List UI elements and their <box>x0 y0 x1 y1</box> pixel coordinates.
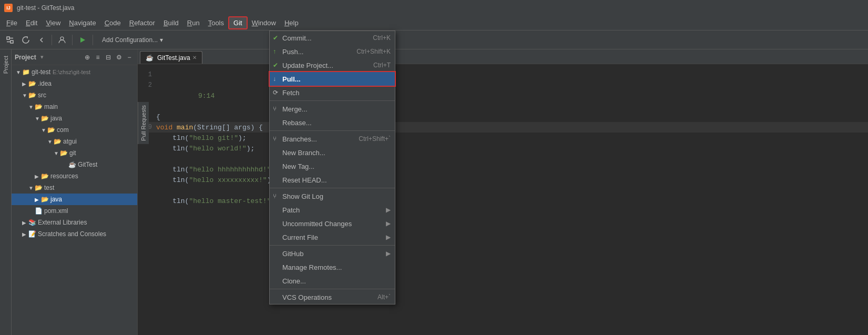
pull-requests-tab[interactable]: Pull Requests <box>138 102 149 144</box>
git-merge-label: Merge... <box>282 105 308 113</box>
git-update-label: Update Project... <box>282 62 333 69</box>
menu-build[interactable]: Build <box>159 17 183 28</box>
git-show-log-label: Show Git Log <box>282 192 323 200</box>
git-menu-vcs-ops[interactable]: VCS Operations Alt+` <box>270 290 395 304</box>
toolbar-back-icon[interactable] <box>35 33 48 47</box>
tree-git-arrow: ▼ <box>54 150 60 156</box>
push-icon: ↑ <box>273 48 276 55</box>
svg-point-4 <box>60 37 64 40</box>
menu-view[interactable]: View <box>42 17 65 28</box>
tree-item-java1[interactable]: ▼ 📂 java <box>12 113 137 124</box>
sidebar-tab-project[interactable]: Project <box>1 52 11 78</box>
xml-icon: 📄 <box>35 207 43 215</box>
git-push-label: Push... <box>282 48 303 56</box>
git-menu-uncommitted[interactable]: Uncommitted Changes ▶ <box>270 217 395 230</box>
line-position: 9:14 <box>198 92 215 100</box>
tab-close-icon[interactable]: ✕ <box>192 55 197 60</box>
tree-item-resources[interactable]: ▶ 📂 resources <box>12 170 137 182</box>
git-menu-new-branch[interactable]: New Branch... <box>270 146 395 159</box>
tree-scratches-arrow: ▶ <box>22 231 28 237</box>
project-sort-btn[interactable]: ≡ <box>93 53 103 62</box>
window-title: git-test - GitTest.java <box>17 4 74 12</box>
toolbar-project-icon[interactable] <box>3 33 17 47</box>
tree-item-atgui[interactable]: ▼ 📂 atgui <box>12 136 137 147</box>
menu-window[interactable]: Window <box>248 17 280 28</box>
git-menu-show-log[interactable]: ⑂ Show Git Log <box>270 189 395 203</box>
toolbar-user-icon[interactable] <box>55 33 69 47</box>
tree-item-src[interactable]: ▼ 📂 src <box>12 89 137 101</box>
code-line-1: 1 <box>138 69 868 80</box>
menu-refactor[interactable]: Refactor <box>125 17 159 28</box>
git-menu-clone[interactable]: Clone... <box>270 274 395 288</box>
menu-navigate[interactable]: Navigate <box>65 17 100 28</box>
commit-shortcut: Ctrl+K <box>373 34 391 42</box>
code-line-pos: 9:14 <box>138 90 868 101</box>
project-settings-btn[interactable]: ⚙ <box>114 53 124 62</box>
project-hide-btn[interactable]: − <box>125 53 134 62</box>
add-configuration-arrow: ▾ <box>160 36 163 44</box>
git-menu-update[interactable]: ✔ Update Project... Ctrl+T <box>270 58 395 72</box>
tree-item-git-folder[interactable]: ▼ 📂 git <box>12 147 137 159</box>
git-menu-pull[interactable]: ↓ Pull... <box>270 72 395 86</box>
menu-git[interactable]: Git <box>228 16 248 29</box>
tree-resources-label: resources <box>50 172 78 180</box>
git-menu-manage-remotes[interactable]: Manage Remotes... <box>270 260 395 274</box>
tree-src-label: src <box>38 92 46 99</box>
menu-edit-label: Edit <box>26 19 37 27</box>
git-menu-patch[interactable]: Patch ▶ <box>270 203 395 217</box>
git-menu-branches[interactable]: ⑂ Branches... Ctrl+Shift+` <box>270 132 395 146</box>
folder-icon: 📂 <box>28 80 36 87</box>
menu-run[interactable]: Run <box>183 17 204 28</box>
tree-root-label: git-test <box>32 68 50 76</box>
tree-item-java2[interactable]: ▶ 📂 java <box>12 194 137 205</box>
menu-edit[interactable]: Edit <box>22 17 42 28</box>
dd-separator-2 <box>270 130 395 131</box>
tree-item-external-libs[interactable]: ▶ 📚 External Libraries <box>12 217 137 228</box>
git-menu-fetch[interactable]: ⟳ Fetch <box>270 86 395 99</box>
editor-tab-gittest[interactable]: ☕ GitTest.java ✕ <box>140 51 202 64</box>
tree-item-gittest[interactable]: ☕ GitTest <box>12 159 137 170</box>
git-menu-push[interactable]: ↑ Push... Ctrl+Shift+K <box>270 45 395 58</box>
git-menu-merge[interactable]: ⑂ Merge... <box>270 102 395 116</box>
tree-test-label: test <box>44 184 54 191</box>
git-pull-label: Pull... <box>282 75 301 83</box>
project-locate-btn[interactable]: ⊕ <box>83 53 92 62</box>
menu-code[interactable]: Code <box>100 17 125 28</box>
title-bar: IJ git-test - GitTest.java <box>0 0 868 16</box>
editor-content: 1 2 9:14 { 9 void main(St <box>138 64 868 335</box>
git-menu-reset-head[interactable]: Reset HEAD... <box>270 173 395 187</box>
tree-root[interactable]: ▼ 📁 git-test E:\zhsz\git-test <box>12 66 137 78</box>
git-menu-commit[interactable]: ✔ Commit... Ctrl+K <box>270 31 395 45</box>
library-icon: 📚 <box>28 219 36 226</box>
menu-help[interactable]: Help <box>280 17 303 28</box>
tree-item-main[interactable]: ▼ 📂 main <box>12 101 137 113</box>
java-class-icon: ☕ <box>68 161 76 168</box>
toolbar-run-icon[interactable] <box>76 33 89 47</box>
tree-item-idea[interactable]: ▶ 📂 .idea <box>12 78 137 89</box>
git-menu-rebase[interactable]: Rebase... <box>270 116 395 129</box>
code-line-blank3 <box>138 185 868 196</box>
git-branches-label: Branches... <box>282 135 317 143</box>
folder-icon: 📂 <box>35 103 43 110</box>
add-configuration-button[interactable]: Add Configuration... ▾ <box>96 33 169 47</box>
menu-tools[interactable]: Tools <box>204 17 228 28</box>
editor-tab-label: GitTest.java <box>157 54 190 62</box>
git-menu-github[interactable]: GitHub ▶ <box>270 247 395 260</box>
dd-separator-1 <box>270 100 395 101</box>
menu-window-label: Window <box>252 19 276 27</box>
project-panel: Project ▾ ⊕ ≡ ⊟ ⚙ − ▼ 📁 git-test E:\zhsz… <box>12 49 138 335</box>
tree-scratches-label: Scratches and Consoles <box>38 230 106 238</box>
git-menu-new-tag[interactable]: New Tag... <box>270 159 395 173</box>
git-menu-current-file[interactable]: Current File ▶ <box>270 230 395 244</box>
tree-item-scratches[interactable]: ▶ 📝 Scratches and Consoles <box>12 228 137 240</box>
tree-com-arrow: ▼ <box>41 127 47 133</box>
tree-item-com[interactable]: ▼ 📂 com <box>12 124 137 136</box>
project-collapse-btn[interactable]: ⊟ <box>104 53 113 62</box>
toolbar-sync-icon[interactable] <box>19 33 33 47</box>
tree-item-test[interactable]: ▼ 📂 test <box>12 182 137 194</box>
tree-com-label: com <box>57 126 69 134</box>
menu-file[interactable]: File <box>2 17 22 28</box>
file-tree: ▼ 📁 git-test E:\zhsz\git-test ▶ 📂 .idea … <box>12 65 137 335</box>
menu-bar: File Edit View Navigate Code Refactor Bu… <box>0 16 868 31</box>
tree-item-pom[interactable]: 📄 pom.xml <box>12 205 137 217</box>
